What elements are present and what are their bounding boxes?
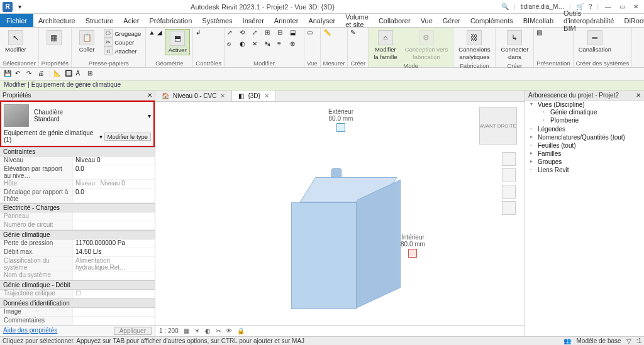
qat-icon[interactable]: ↷ xyxy=(26,70,35,79)
ribbon-tab[interactable]: Gérer xyxy=(438,14,465,27)
user-name[interactable]: tidiane.dia_M… xyxy=(521,3,564,10)
nav-icon[interactable] xyxy=(502,152,516,166)
worksharing-icon[interactable]: 👥 xyxy=(564,337,571,344)
modify-tool-icon[interactable]: ⤢ xyxy=(252,29,262,39)
tree-node[interactable]: Feuilles (tout) xyxy=(529,141,644,150)
join-button[interactable]: ⎌Attacher xyxy=(102,47,143,55)
3d-canvas[interactable]: Extérieur 80.0 mm Intérieur 80.0 mm AVAN… xyxy=(155,102,525,325)
tree-node[interactable]: Plomberie xyxy=(541,116,644,124)
ribbon-tab[interactable]: Acier xyxy=(118,14,144,27)
tree-node[interactable]: Nomenclatures/Quantités (tout) xyxy=(529,133,644,141)
property-category[interactable]: Génie climatique xyxy=(0,230,155,239)
property-row[interactable]: NiveauNiveau 0 xyxy=(0,156,155,165)
qat-icon[interactable]: 🖨 xyxy=(38,70,47,79)
modify-tool-icon[interactable]: ⊞ xyxy=(265,29,275,39)
close-icon[interactable]: ✕ xyxy=(636,92,641,99)
ribbon-tab[interactable]: BIMcollab xyxy=(518,14,558,27)
connector-icon[interactable] xyxy=(336,123,345,132)
qat-icon[interactable]: ↶ xyxy=(15,70,24,79)
apply-button[interactable]: Appliquer xyxy=(114,327,152,335)
property-value[interactable] xyxy=(72,308,155,316)
properties-button[interactable]: ▦ xyxy=(42,29,67,47)
property-row[interactable]: Numéro de circuit xyxy=(0,221,155,230)
modify-tool-icon[interactable]: ≡ xyxy=(277,40,287,50)
ribbon-tab[interactable]: Systèmes xyxy=(197,14,237,27)
property-category[interactable]: Génie climatique - Débit xyxy=(0,280,155,290)
filter-icon[interactable]: ▽ xyxy=(626,337,631,344)
view-cube[interactable]: AVANT DROITE xyxy=(479,107,517,145)
vc-icon[interactable]: ◐ xyxy=(205,327,211,334)
piping-button[interactable]: ═Canalisation xyxy=(576,29,614,54)
ribbon-tab[interactable]: Architecture xyxy=(33,14,80,27)
modify-tool-icon[interactable]: ⊟ xyxy=(277,29,287,39)
qat-icon[interactable]: 🔲 xyxy=(65,70,74,79)
modify-tool-icon[interactable]: ✕ xyxy=(252,40,262,50)
property-row[interactable]: Image xyxy=(0,308,155,317)
property-value[interactable]: 0.0 xyxy=(72,165,155,179)
property-category[interactable]: Contraintes xyxy=(0,147,155,156)
analytic-conn-button[interactable]: ⛓Connexionsanalytiques xyxy=(456,29,492,62)
ribbon-tab[interactable]: DiRootsOne xyxy=(619,14,644,27)
property-category[interactable]: Données d'identification xyxy=(0,298,155,308)
properties-help-link[interactable]: Aide des propriétés xyxy=(3,327,57,335)
ribbon-tab[interactable]: Compléments xyxy=(465,14,518,27)
presentation-icon[interactable]: ▤ xyxy=(536,29,542,36)
activate-button[interactable]: ⬒Activer xyxy=(165,29,190,55)
type-selector[interactable]: Chaudière Standard ▾ Equipement de génie… xyxy=(0,101,155,147)
tree-node[interactable]: Légendes xyxy=(529,125,644,133)
modify-tool-icon[interactable]: ⟲ xyxy=(240,29,250,39)
property-row[interactable]: Décalage par rapport à l'hôte0.0 xyxy=(0,189,155,203)
qat-icon[interactable]: A xyxy=(76,70,85,79)
vc-icon[interactable]: 👁 xyxy=(226,327,232,334)
property-value[interactable]: 0.0 xyxy=(72,189,155,202)
connector-icon[interactable] xyxy=(408,249,417,258)
file-tab[interactable]: Fichier xyxy=(0,14,33,27)
vc-icon[interactable]: ☀ xyxy=(194,327,200,334)
property-value[interactable] xyxy=(72,317,155,325)
ribbon-tab[interactable]: Préfabrication xyxy=(144,14,197,27)
modify-tool-icon[interactable]: ↹ xyxy=(265,40,275,50)
property-row[interactable]: Trajectoire critique☐ xyxy=(0,290,155,298)
tree-node[interactable]: Familles xyxy=(529,150,644,158)
vc-icon[interactable]: ✂ xyxy=(216,327,221,334)
boiler-3d[interactable] xyxy=(300,177,401,309)
geom-icon[interactable]: ◢ xyxy=(157,29,162,36)
vc-icon[interactable]: 🔒 xyxy=(237,327,245,334)
property-row[interactable]: Panneau xyxy=(0,212,155,221)
tree-node[interactable]: Génie climatique xyxy=(541,108,644,116)
tree-node[interactable]: Liens Revit xyxy=(529,166,644,174)
connect-into-button[interactable]: ↳Connecterdans xyxy=(498,29,531,62)
measure-icon[interactable]: 📏 xyxy=(323,29,331,36)
browser-tree[interactable]: Vues (Discipline)Génie climatiquePlomber… xyxy=(525,101,644,174)
property-row[interactable]: Débit max.14.50 L/s xyxy=(0,248,155,257)
view-tab[interactable]: ◧ {3D} ✕ xyxy=(232,90,275,101)
nav-icon[interactable] xyxy=(502,201,516,215)
qat-icon[interactable]: 📐 xyxy=(53,70,62,79)
property-row[interactable]: HôteNiveau : Niveau 0 xyxy=(0,180,155,189)
modify-tool-icon[interactable]: ⊕ xyxy=(290,40,300,50)
chevron-down-icon[interactable]: ▾ xyxy=(148,112,151,119)
tree-node[interactable]: Vues (Discipline)Génie climatiquePlomber… xyxy=(529,101,644,125)
ribbon-tab[interactable]: Outils d'interopérabilité BIM xyxy=(558,14,619,27)
create-icon[interactable]: ✎ xyxy=(350,29,355,36)
close-tab-icon[interactable]: ✕ xyxy=(220,92,225,99)
vc-icon[interactable]: ▦ xyxy=(184,327,189,334)
property-row[interactable]: Classification du systèmeAlimentation hy… xyxy=(0,257,155,271)
qat-icon[interactable]: ▾ xyxy=(15,3,24,11)
qat-icon[interactable]: 💾 xyxy=(4,70,13,79)
close-button[interactable]: ✕ xyxy=(631,3,640,11)
close-icon[interactable]: ✕ xyxy=(147,92,152,99)
property-row[interactable]: Nom du système xyxy=(0,271,155,280)
ribbon-tab[interactable]: Vue xyxy=(416,14,438,27)
ribbon-tab[interactable]: Structure xyxy=(80,14,119,27)
modify-tool-icon[interactable]: ⬓ xyxy=(290,29,300,39)
ribbon-tab[interactable]: Annoter xyxy=(269,14,304,27)
cut-button[interactable]: ✂Couper xyxy=(102,38,143,47)
qat-icon[interactable]: ⊞ xyxy=(87,70,96,79)
modify-button[interactable]: ↖Modifier xyxy=(3,29,29,54)
instance-filter[interactable]: Equipement de génie climatique (1) xyxy=(4,129,97,143)
ribbon-tab[interactable]: Insérer xyxy=(238,14,269,27)
ribbon-tab[interactable]: Analyser xyxy=(303,14,340,27)
property-value[interactable]: 11700.000000 Pa xyxy=(72,239,155,248)
close-tab-icon[interactable]: ✕ xyxy=(264,92,269,99)
